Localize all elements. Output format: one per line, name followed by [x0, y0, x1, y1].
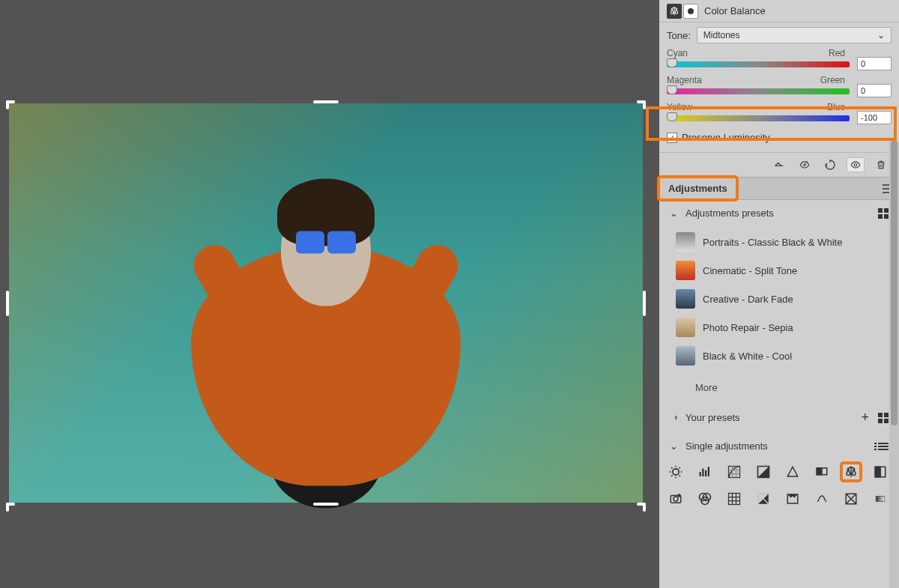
invert-icon[interactable] — [754, 491, 772, 507]
preset-label: Black & White - Cool — [703, 351, 792, 362]
slider-cyan-red: CyanRed — [667, 48, 892, 73]
scrollbar-thumb[interactable] — [891, 141, 898, 425]
channel-mixer-icon[interactable] — [696, 491, 714, 507]
crop-handle-right[interactable] — [643, 291, 646, 316]
chevron-right-icon: ⌄ — [668, 413, 679, 422]
slider-value-input[interactable] — [857, 57, 892, 70]
adjustment-toolbar — [659, 152, 899, 178]
single-adjustments-grid — [659, 459, 899, 515]
single-adjustments-header[interactable]: ⌄ Single adjustments — [659, 433, 899, 459]
slider-track[interactable] — [667, 61, 850, 67]
preset-item[interactable]: Cinematic - Split Tone — [659, 256, 899, 285]
slider-value-input[interactable] — [857, 84, 892, 97]
tone-select[interactable]: Midtones ⌄ — [697, 27, 892, 43]
view-previous-icon[interactable] — [796, 157, 814, 172]
crop-handle-top[interactable] — [313, 100, 339, 103]
svg-point-3 — [673, 469, 679, 475]
svg-rect-6 — [705, 470, 706, 476]
svg-point-14 — [674, 497, 678, 501]
crop-handle-bottom[interactable] — [313, 503, 339, 506]
preset-thumb — [676, 261, 695, 280]
preset-label: Photo Repair - Sepia — [703, 322, 793, 333]
svg-rect-12 — [875, 467, 880, 477]
list-view-icon[interactable] — [878, 443, 889, 450]
brightness-contrast-icon[interactable] — [667, 464, 685, 480]
panel-scrollbar[interactable] — [889, 141, 899, 588]
preset-item[interactable]: Creative - Dark Fade — [659, 285, 899, 313]
slider-thumb[interactable] — [667, 85, 677, 94]
chevron-down-icon: ⌄ — [877, 30, 885, 40]
curves-icon[interactable] — [725, 464, 743, 480]
slider-track[interactable] — [667, 115, 850, 121]
preset-label: Creative - Dark Fade — [703, 294, 793, 305]
threshold-icon[interactable] — [813, 491, 831, 507]
svg-rect-7 — [708, 467, 709, 476]
svg-rect-10 — [817, 468, 822, 475]
exposure-icon[interactable] — [754, 464, 772, 480]
preset-label: Portraits - Classic Black & White — [703, 237, 842, 248]
mask-icon — [683, 4, 698, 19]
canvas-image[interactable] — [9, 103, 643, 503]
gradient-map-icon[interactable] — [871, 491, 889, 507]
color-balance-header: Color Balance — [659, 0, 899, 22]
grid-view-icon[interactable] — [878, 208, 889, 219]
color-balance-title: Color Balance — [704, 5, 766, 16]
edited-photo — [9, 103, 643, 503]
slider-yellow-blue: YellowBlue — [667, 102, 892, 127]
svg-rect-19 — [729, 494, 740, 505]
black-white-icon[interactable] — [871, 464, 889, 480]
tone-label: Tone: — [667, 30, 691, 41]
svg-rect-5 — [702, 469, 703, 477]
presets-more-link[interactable]: More — [659, 376, 899, 402]
add-preset-icon[interactable]: + — [861, 410, 869, 425]
canvas-area[interactable] — [0, 0, 659, 588]
preserve-luminosity-label: Preserve Luminosity — [682, 132, 770, 143]
balance-scale-icon — [667, 4, 682, 19]
preset-item[interactable]: Photo Repair - Sepia — [659, 313, 899, 342]
slider-value-input[interactable] — [857, 111, 892, 124]
levels-icon[interactable] — [696, 464, 714, 480]
svg-point-2 — [854, 163, 857, 166]
adjustments-tab[interactable]: Adjustments — [659, 178, 736, 199]
right-panel: Color Balance Tone: Midtones ⌄ CyanRedMa… — [659, 0, 899, 588]
trash-icon[interactable] — [872, 157, 890, 172]
preset-item[interactable]: Black & White - Cool — [659, 342, 899, 370]
slider-thumb[interactable] — [667, 112, 677, 121]
svg-point-15 — [678, 494, 680, 497]
preset-thumb — [676, 318, 695, 337]
svg-rect-4 — [700, 472, 701, 476]
svg-rect-23 — [876, 497, 885, 502]
hue-saturation-icon[interactable] — [813, 464, 831, 480]
slider-thumb[interactable] — [667, 58, 677, 67]
adjustments-presets-header[interactable]: ⌄ Adjustments presets — [659, 200, 899, 226]
chevron-down-icon: ⌄ — [670, 440, 678, 452]
photo-filter-icon[interactable] — [667, 491, 685, 507]
adjustments-tab-header: Adjustments — [659, 178, 899, 200]
slider-track[interactable] — [667, 88, 850, 94]
preset-thumb — [676, 289, 695, 309]
slider-magenta-green: MagentaGreen — [667, 75, 892, 100]
vibrance-icon[interactable] — [784, 464, 802, 480]
color-balance-icon[interactable] — [842, 464, 860, 480]
svg-point-0 — [688, 8, 694, 14]
clip-to-layer-icon[interactable] — [770, 157, 788, 172]
preset-thumb — [676, 346, 695, 366]
crop-handle-left[interactable] — [6, 291, 9, 316]
reset-icon[interactable] — [821, 157, 839, 172]
chevron-down-icon: ⌄ — [670, 207, 678, 219]
preserve-luminosity-checkbox[interactable]: ✓ — [667, 133, 677, 143]
color-lookup-icon[interactable] — [725, 491, 743, 507]
preset-label: Cinematic - Split Tone — [703, 265, 797, 276]
visibility-eye-icon[interactable] — [847, 157, 865, 172]
svg-point-1 — [804, 164, 805, 166]
selective-color-icon[interactable] — [842, 491, 860, 507]
posterize-icon[interactable] — [784, 491, 802, 507]
your-presets-header[interactable]: ⌄ Your presets + — [659, 402, 899, 433]
preset-thumb — [676, 232, 695, 252]
grid-view-icon[interactable] — [878, 413, 889, 423]
preset-item[interactable]: Portraits - Classic Black & White — [659, 228, 899, 256]
